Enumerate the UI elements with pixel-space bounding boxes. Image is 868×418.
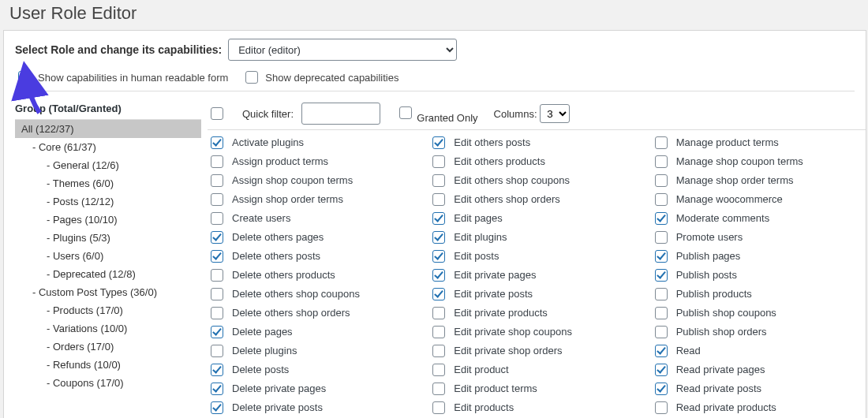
capability-checkbox[interactable] bbox=[211, 193, 223, 206]
capability-label[interactable]: Publish pages bbox=[676, 249, 741, 263]
capability-checkbox[interactable] bbox=[432, 269, 445, 282]
capability-label[interactable]: Delete private pages bbox=[232, 382, 326, 396]
capability-label[interactable]: Manage shop coupon terms bbox=[676, 155, 803, 169]
capability-checkbox[interactable] bbox=[432, 345, 445, 357]
sidebar-item[interactable]: All (122/37) bbox=[15, 120, 201, 138]
deprecated-label[interactable]: Show deprecated capabilities bbox=[265, 72, 398, 84]
sidebar-item[interactable]: Orders (17/0) bbox=[40, 338, 201, 356]
sidebar-item[interactable]: Refunds (10/0) bbox=[40, 356, 201, 374]
capability-checkbox[interactable] bbox=[655, 231, 668, 244]
capability-label[interactable]: Read private products bbox=[676, 401, 776, 415]
capability-label[interactable]: Assign product terms bbox=[232, 155, 328, 169]
capability-label[interactable]: Edit others products bbox=[454, 155, 545, 169]
capability-checkbox[interactable] bbox=[432, 136, 445, 149]
capability-label[interactable]: Delete others shop orders bbox=[232, 306, 350, 320]
capability-checkbox[interactable] bbox=[655, 174, 668, 187]
sidebar-item[interactable]: Deprecated (12/8) bbox=[40, 265, 201, 283]
capability-checkbox[interactable] bbox=[655, 250, 668, 263]
capability-label[interactable]: Edit private pages bbox=[454, 268, 536, 282]
capability-label[interactable]: Edit product bbox=[454, 363, 508, 377]
capability-checkbox[interactable] bbox=[211, 326, 223, 338]
capability-checkbox[interactable] bbox=[432, 383, 445, 395]
capability-checkbox[interactable] bbox=[432, 307, 445, 319]
capability-checkbox[interactable] bbox=[211, 250, 223, 263]
capability-label[interactable]: Activate plugins bbox=[232, 136, 304, 150]
columns-select[interactable]: 3 bbox=[540, 104, 570, 123]
capability-label[interactable]: Edit plugins bbox=[454, 230, 507, 244]
deprecated-checkbox[interactable] bbox=[245, 71, 258, 84]
capability-label[interactable]: Edit product terms bbox=[454, 382, 537, 396]
human-readable-checkbox[interactable] bbox=[18, 71, 31, 84]
capability-checkbox[interactable] bbox=[655, 288, 668, 300]
capability-checkbox[interactable] bbox=[432, 212, 445, 225]
capability-checkbox[interactable] bbox=[211, 307, 223, 319]
capability-label[interactable]: Delete posts bbox=[232, 363, 289, 377]
capability-checkbox[interactable] bbox=[432, 364, 445, 376]
capability-label[interactable]: Edit others shop coupons bbox=[454, 174, 570, 188]
capability-label[interactable]: Manage product terms bbox=[676, 136, 779, 150]
capability-label[interactable]: Read bbox=[676, 344, 701, 358]
capability-label[interactable]: Create users bbox=[232, 211, 290, 226]
capability-label[interactable]: Edit pages bbox=[454, 211, 502, 226]
capability-checkbox[interactable] bbox=[655, 364, 668, 376]
capability-checkbox[interactable] bbox=[211, 288, 223, 300]
sidebar-item[interactable]: Custom Post Types (36/0) bbox=[26, 283, 201, 301]
sidebar-item[interactable]: Posts (12/12) bbox=[40, 192, 201, 211]
sidebar-item[interactable]: Plugins (5/3) bbox=[40, 229, 201, 247]
sidebar-item[interactable]: Themes (6/0) bbox=[40, 174, 201, 192]
sidebar-item[interactable]: Variations (10/0) bbox=[40, 319, 201, 338]
granted-only-label[interactable]: Granted Only bbox=[417, 112, 477, 124]
capability-checkbox[interactable] bbox=[211, 383, 223, 395]
capability-checkbox[interactable] bbox=[655, 212, 668, 225]
capability-checkbox[interactable] bbox=[432, 326, 445, 338]
sidebar-item[interactable]: General (12/6) bbox=[40, 156, 201, 174]
capability-checkbox[interactable] bbox=[211, 345, 223, 357]
capability-checkbox[interactable] bbox=[432, 155, 445, 168]
capability-label[interactable]: Assign shop order terms bbox=[232, 192, 343, 207]
capability-checkbox[interactable] bbox=[655, 193, 668, 206]
capability-label[interactable]: Edit private shop orders bbox=[454, 344, 562, 358]
capability-label[interactable]: Publish posts bbox=[676, 268, 737, 282]
capability-checkbox[interactable] bbox=[211, 401, 223, 414]
capability-checkbox[interactable] bbox=[655, 307, 668, 319]
capability-label[interactable]: Edit private shop coupons bbox=[454, 325, 572, 339]
sidebar-item[interactable]: Pages (10/10) bbox=[40, 211, 201, 229]
capability-label[interactable]: Edit products bbox=[454, 401, 514, 415]
capability-checkbox[interactable] bbox=[655, 269, 668, 282]
capability-checkbox[interactable] bbox=[211, 212, 223, 225]
capability-checkbox[interactable] bbox=[211, 155, 223, 168]
select-all-checkbox[interactable] bbox=[211, 107, 223, 120]
capability-label[interactable]: Read private posts bbox=[676, 382, 761, 396]
capability-checkbox[interactable] bbox=[655, 345, 668, 357]
capability-label[interactable]: Moderate comments bbox=[676, 211, 770, 226]
capability-checkbox[interactable] bbox=[432, 174, 445, 187]
sidebar-item[interactable]: Core (61/37) bbox=[26, 138, 201, 156]
sidebar-item[interactable]: Products (17/0) bbox=[40, 301, 201, 319]
capability-checkbox[interactable] bbox=[432, 231, 445, 244]
capability-checkbox[interactable] bbox=[211, 269, 223, 282]
sidebar-item[interactable]: Users (6/0) bbox=[40, 247, 201, 265]
capability-checkbox[interactable] bbox=[211, 174, 223, 187]
capability-label[interactable]: Delete others products bbox=[232, 268, 335, 282]
capability-checkbox[interactable] bbox=[432, 401, 445, 414]
capability-checkbox[interactable] bbox=[655, 383, 668, 395]
capability-checkbox[interactable] bbox=[211, 364, 223, 376]
capability-label[interactable]: Edit private posts bbox=[454, 287, 533, 301]
capability-label[interactable]: Delete others shop coupons bbox=[232, 287, 360, 301]
capability-label[interactable]: Edit posts bbox=[454, 249, 499, 263]
capability-label[interactable]: Read private pages bbox=[676, 363, 765, 377]
capability-checkbox[interactable] bbox=[432, 250, 445, 263]
capability-label[interactable]: Publish shop coupons bbox=[676, 306, 776, 320]
capability-checkbox[interactable] bbox=[432, 288, 445, 300]
quick-filter-input[interactable] bbox=[301, 103, 380, 125]
capability-checkbox[interactable] bbox=[655, 401, 668, 414]
capability-label[interactable]: Manage shop order terms bbox=[676, 174, 794, 188]
capability-checkbox[interactable] bbox=[211, 231, 223, 244]
sidebar-item[interactable]: Coupons (17/0) bbox=[40, 374, 201, 392]
capability-label[interactable]: Delete others posts bbox=[232, 249, 320, 263]
capability-checkbox[interactable] bbox=[211, 136, 223, 149]
capability-label[interactable]: Edit others shop orders bbox=[454, 192, 559, 207]
human-readable-label[interactable]: Show capabilities in human readable form bbox=[38, 72, 228, 84]
capability-label[interactable]: Delete private posts bbox=[232, 401, 323, 415]
capability-label[interactable]: Delete pages bbox=[232, 325, 293, 339]
